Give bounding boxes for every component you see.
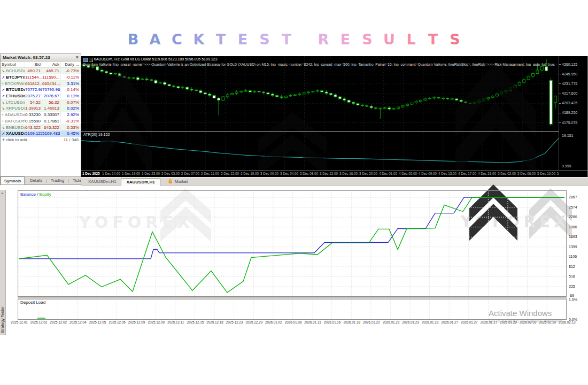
column-header[interactable]: Ask [42,62,61,67]
deposit-load-chart[interactable] [18,299,567,320]
page-title: BACKTESTRESULTS [0,31,588,48]
tab-trading[interactable]: Trading [48,178,67,183]
bid-cell: 643.322 [25,125,42,130]
up-arrow-icon: ↗ [2,88,5,91]
deposit-axis-top: 1.0% [569,298,577,302]
daily-change-cell: 2.92% [61,112,81,117]
time-axis-label: 1 Dec 23:00 [142,172,160,175]
tester-panel-divider[interactable] [18,297,567,299]
table-row[interactable]: +BTCKRWm661812...665434...3.31% [1,80,81,87]
title-letter: S [357,31,378,48]
price-tick [559,103,561,104]
bid-cell: 70772.96 [25,87,42,92]
time-axis-label: 5 Dec 02:00 [498,172,516,175]
time-axis-label: 3 Dec 00:00 [260,172,278,175]
market-tab[interactable]: Market [168,179,188,184]
price-axis-label: 4203.425 [562,101,577,105]
price-axis-label: 4189.250 [562,111,577,114]
chart-tab-active[interactable]: XAUUSDm,H1 [121,178,160,186]
chart-window[interactable]: XAUUSDm, H1: Gold vs US Dollar 5119.606 … [81,56,588,177]
symbol-cell: +BATUSDm [1,119,25,124]
down-arrow-icon: ↘ [2,106,5,110]
chart-tab-inactive[interactable]: XAUUSDm,H1 [83,178,121,185]
tester-date-label: 2026.01.16 [323,320,342,324]
legend-separator: / [36,192,40,197]
table-row[interactable]: ↗ETHUSDm2075.272076.670.13% [1,93,81,99]
tab-symbols[interactable]: Symbols [1,176,25,184]
balance-line [19,197,564,259]
daily-change-cell: -0.73% [61,68,81,73]
title-letter: E [232,31,254,48]
symbol-cell: ↘XRPUSDm [1,106,25,111]
tester-y-axis-label: 2280 [569,215,577,219]
price-axis-label: 4175.075 [562,121,577,125]
tester-date-label: 2026.01.27 [460,320,479,324]
symbol-cell: ↗XAUUSDm [1,131,25,136]
tester-date-label: 2026.01.13 [303,320,322,324]
tester-y-axis-label: 2574 [569,205,577,209]
tester-date-label: 2026.02.13 [558,320,577,324]
plus-icon: + [2,137,5,142]
table-row[interactable]: ↗BTCJPYm111544...111590...-0.11% [1,74,81,81]
ask-cell: 111590... [42,75,61,80]
time-axis-label: 5 Dec 10:00 [537,172,555,175]
tester-date-label: 2025.12.09 [146,320,166,324]
price-tick [559,74,561,74]
add-symbol-label: click to add... [6,137,31,142]
column-header[interactable]: Symbol [1,62,25,67]
up-arrow-icon: ↗ [2,132,5,135]
time-axis-label: 3 Dec 08:00 [300,172,318,175]
mt5-window: BACKTESTRESULTS Market Watch: 08:57:23 ×… [0,0,588,385]
strategy-tester-tab[interactable]: Strategy Tester [0,306,5,333]
time-axis[interactable]: 1 Dec 20251 Dec 14:001 Dec 19:001 Dec 23… [81,171,559,177]
table-row[interactable]: ↗XAUUSDm5109.1235109.4830.45% [1,130,81,137]
time-axis-label: 2 Dec 19:00 [241,172,259,175]
bid-cell: 0.15590 [25,119,42,124]
bid-cell: 661812... [25,81,42,86]
column-header[interactable]: Daily ... [61,62,81,67]
table-row[interactable]: ↘LTCUSDm54.5256.32-0.07% [1,99,81,105]
table-row[interactable]: +BATUSDm0.155900.17861-9.31% [1,118,81,125]
daily-change-cell: -0.14% [61,87,81,92]
title-letter: C [166,31,188,48]
title-letter: E [335,31,357,48]
tester-date-label: 2025.12.11 [166,320,185,324]
close-icon[interactable]: × [1,191,4,196]
down-arrow-icon: ↘ [2,101,5,104]
symbol-name: BTCJPYm [6,75,25,80]
table-row[interactable]: ↗BTCUSDm70772.9670790.96-0.14% [1,87,81,93]
atr-axis-top-label: 19.151 [562,134,573,137]
daily-change-cell: -0.07% [61,100,81,105]
tester-y-axis-label: 225 [569,284,575,288]
symbol-name: BCHUSDm [6,68,25,73]
table-row[interactable]: ↘BNBUSDm643.322645.322-0.53% [1,124,81,130]
tester-date-label: 2025.12.04 [68,320,88,324]
dot-icon: + [2,119,4,123]
time-axis-label: 1 Dec 2025 [82,172,100,175]
title-letter: S [444,31,466,48]
symbol-name: ADAUSDm [5,112,25,117]
table-row[interactable]: ↘XRPUSDm1.399131.409130.02% [1,105,81,112]
symbol-name: BTCUSDm [6,87,25,92]
price-axis[interactable]: 4260.1254245.9504231.7754217.6004203.425… [559,56,588,170]
tester-date-label: 2026.02.10 [538,320,557,324]
tester-date-label: 2026.02.03 [519,320,538,324]
tab-details[interactable]: Details [27,178,45,183]
tester-date-label: 2025.12.15 [185,320,205,324]
price-tick [559,113,561,113]
tester-date-label: 2026.01.02 [264,320,283,324]
add-symbol-row[interactable]: + click to add... 11 / 348 [1,137,81,143]
ask-cell: 1.40913 [42,106,61,111]
tester-date-label: 2026.01.18 [342,320,361,324]
tester-date-label: 2026.01.27 [440,320,459,324]
table-row[interactable]: ↘BCHUSDm450.71465.71-0.73% [1,68,81,74]
atr-panel-divider[interactable] [81,131,559,132]
watermark-chevrons-chart [81,56,559,177]
column-header[interactable]: Bid [25,62,42,67]
time-axis-label: 2 Dec 11:00 [201,172,219,175]
market-watch-header: SymbolBidAskDaily ... [1,61,81,68]
balance-equity-chart[interactable] [18,190,567,297]
table-row[interactable]: +ADAUSDm0.332300.335072.92% [1,112,81,118]
market-bag-icon [168,179,173,184]
close-icon[interactable]: × [76,55,79,60]
